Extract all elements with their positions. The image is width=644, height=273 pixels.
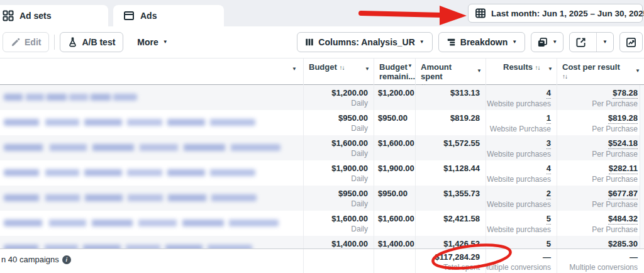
cost-total-label: Multiple conversions [569, 263, 638, 272]
campaign-name-link[interactable] [4, 194, 257, 201]
budget-value: $1,900.00 [331, 164, 368, 174]
campaign-name-link[interactable] [4, 94, 137, 101]
results-value: 1 [547, 113, 551, 124]
budget-value: $950.00 [338, 113, 368, 123]
table-footer: n 40 campaigns i $117,284.29 Total spent… [0, 248, 644, 273]
column-header-cost-per-result-label: Cost per result [562, 62, 633, 72]
results-value: 4 [547, 164, 551, 174]
scrollbar-gutter[interactable] [640, 85, 644, 273]
columns-button[interactable]: Columns: Analysis_UR ▼ [297, 32, 432, 52]
export-button[interactable] [570, 33, 592, 52]
cost-type-label: Per Purchase [592, 99, 638, 109]
results-value: 2 [547, 189, 551, 199]
ab-test-button[interactable]: A/B test [60, 32, 123, 52]
chevron-down-icon: ▼ [419, 40, 425, 45]
footer-budget-remaining-cell [374, 249, 416, 273]
table-row: $1,600.00 Daily $1,600.00 $2,421.58 5 We… [0, 211, 644, 236]
reports-button[interactable]: ▼ [531, 32, 564, 52]
budget-remaining-value: $1,600.00 [378, 138, 414, 148]
toolbar-right: Columns: Analysis_UR ▼ Breakdown ▼ [297, 32, 643, 52]
edit-button-label: Edit [25, 37, 41, 47]
budget-remaining-value: $950.00 [378, 113, 408, 123]
breakdown-button-label: Breakdown [460, 37, 508, 47]
table-row: $1,900.00 Daily $1,900.00 $1,128.44 4 We… [0, 160, 644, 186]
chevron-down-icon[interactable]: ▼ [408, 64, 413, 69]
more-button[interactable]: More ▼ [131, 32, 174, 52]
amount-spent-value: $2,421.58 [443, 214, 480, 224]
budget-value: $1,200.00 [331, 88, 368, 98]
budget-value: $1,600.00 [331, 138, 368, 148]
budget-value: $1,600.00 [331, 214, 368, 224]
date-range-picker[interactable]: Last month: Jun 1, 2025 – Jun 30, 2025 ▼ [468, 4, 643, 23]
results-value: 4 [547, 88, 551, 99]
budget-remaining-value: $1,900.00 [378, 164, 414, 174]
column-header-amount-spent-label: Amount spent [421, 62, 474, 81]
campaign-name-link[interactable] [4, 169, 255, 176]
results-type-label: Website purchases [487, 175, 551, 184]
results-value: 5 [547, 214, 551, 225]
results-total-value: — [543, 252, 551, 262]
sort-icon[interactable]: ↑↓ [339, 64, 344, 71]
cost-type-label: Per Purchase [592, 125, 638, 134]
table-row: $1,200.00 Daily $1,200.00 $313.13 4 Webs… [0, 85, 644, 110]
breakdown-button[interactable]: Breakdown ▼ [438, 32, 525, 52]
amount-spent-value: $313.13 [450, 88, 480, 98]
duplicate-icon [537, 37, 548, 48]
budget-type-label: Daily [351, 99, 368, 108]
table-row: $1,600.00 Daily $1,600.00 $1,572.55 3 We… [0, 135, 644, 160]
chart-trend-icon [626, 37, 636, 48]
table-row: $950.00 Daily $950.00 $1,355.73 2 Websit… [0, 186, 644, 211]
campaign-name-link[interactable] [4, 144, 280, 151]
budget-type-label: Daily [351, 199, 368, 209]
results-total-label: Multiple conversions [486, 263, 551, 272]
chevron-down-icon[interactable]: ▼ [477, 69, 482, 74]
results-value: 3 [547, 138, 551, 149]
budget-remaining-value: $950.00 [378, 189, 408, 199]
toolbar: Edit A/B test More ▼ Col [0, 26, 644, 58]
budget-remaining-value: $1,400.00 [378, 239, 414, 248]
window-icon [123, 10, 135, 21]
tab-strip: Ad sets Ads Last month: Jun 1, 2025 – Ju… [0, 0, 644, 26]
export-icon [575, 37, 586, 48]
cost-per-result-value: $524.18 [608, 138, 638, 149]
campaign-name-link[interactable] [4, 220, 279, 226]
chevron-down-icon[interactable]: ▼ [292, 67, 297, 72]
tab-ads[interactable]: Ads [113, 5, 224, 26]
column-header-results-label: Results [503, 62, 533, 72]
footer-budget-cell [304, 249, 374, 273]
export-split-button: ▼ [569, 32, 614, 52]
pencil-icon [11, 38, 20, 47]
column-header-budget-label: Budget [309, 62, 337, 72]
campaign-count: n 40 campaigns i [0, 249, 304, 273]
breakdown-icon [447, 38, 456, 47]
chevron-down-icon[interactable]: ▼ [365, 67, 370, 72]
edit-button[interactable]: Edit [3, 32, 49, 52]
cost-per-result-value: $282.11 [609, 164, 638, 174]
table-row: $1,400.00 Daily $1,400.00 $1,426.52 5 $2… [0, 236, 644, 248]
table-row: $950.00 Daily $950.00 $819.28 1 Website … [0, 110, 644, 135]
ads-manager-screen: Ad sets Ads Last month: Jun 1, 2025 – Ju… [0, 0, 644, 273]
cost-per-result-value: $677.87 [608, 189, 638, 199]
sort-icon[interactable]: ↑↓ [562, 72, 633, 81]
cost-total-value: — [630, 252, 638, 262]
cost-per-result-value: $78.28 [613, 88, 638, 99]
campaign-name-link[interactable] [4, 119, 255, 126]
cost-per-result-value: $484.32 [608, 214, 638, 225]
tab-ad-sets-label: Ad sets [19, 11, 52, 21]
table-header: ▼ Budget ↑↓ ▼ Budget remaini... ▼ Amount… [0, 58, 644, 85]
chevron-down-icon[interactable]: ▼ [548, 67, 553, 72]
chevron-down-icon[interactable]: ▼ [635, 69, 640, 74]
cost-type-label: Per Purchase [592, 200, 638, 209]
budget-type-label: Daily [351, 124, 368, 133]
calendar-icon [475, 8, 486, 19]
sort-icon[interactable]: ↑↓ [535, 64, 540, 71]
view-charts-button[interactable] [619, 32, 643, 52]
budget-value: $950.00 [338, 189, 368, 199]
tab-ad-sets[interactable]: Ad sets [0, 5, 108, 26]
export-options-button[interactable]: ▼ [596, 33, 613, 52]
info-icon[interactable]: i [62, 255, 71, 264]
columns-button-label: Columns: Analysis_UR [318, 37, 415, 47]
chevron-down-icon: ▼ [163, 40, 168, 45]
cost-per-result-value: $285.30 [608, 239, 638, 248]
table-body: $1,200.00 Daily $1,200.00 $313.13 4 Webs… [0, 85, 644, 248]
